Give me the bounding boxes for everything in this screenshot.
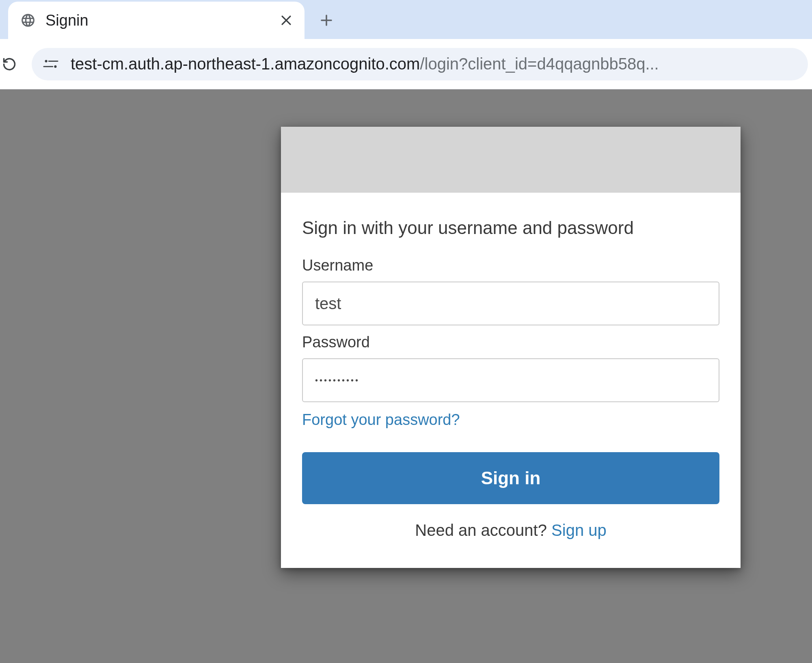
login-banner bbox=[281, 127, 741, 193]
signup-row: Need an account? Sign up bbox=[302, 521, 719, 540]
login-card: Sign in with your username and password … bbox=[281, 127, 741, 568]
address-bar[interactable]: test-cm.auth.ap-northeast-1.amazoncognit… bbox=[32, 48, 808, 80]
site-settings-icon[interactable] bbox=[43, 58, 58, 70]
browser-tab[interactable]: Signin bbox=[8, 2, 304, 39]
login-heading: Sign in with your username and password bbox=[302, 218, 719, 238]
page-viewport: Sign in with your username and password … bbox=[0, 89, 812, 663]
signup-link[interactable]: Sign up bbox=[551, 521, 607, 539]
url-text: test-cm.auth.ap-northeast-1.amazoncognit… bbox=[71, 55, 659, 73]
login-form: Sign in with your username and password … bbox=[281, 193, 741, 568]
need-account-text: Need an account? bbox=[415, 521, 547, 539]
password-input[interactable] bbox=[302, 358, 719, 402]
tab-title: Signin bbox=[45, 12, 279, 29]
url-path: /login?client_id=d4qqagnbb58q... bbox=[420, 55, 659, 73]
svg-point-7 bbox=[54, 65, 56, 67]
username-input[interactable] bbox=[302, 282, 719, 325]
password-label: Password bbox=[302, 334, 719, 351]
close-icon[interactable] bbox=[279, 13, 293, 27]
new-tab-button[interactable] bbox=[314, 2, 339, 39]
forgot-password-link[interactable]: Forgot your password? bbox=[302, 411, 460, 429]
svg-point-4 bbox=[45, 60, 48, 62]
reload-icon[interactable] bbox=[2, 56, 17, 72]
browser-tab-strip: Signin bbox=[0, 0, 812, 39]
globe-icon bbox=[20, 13, 36, 28]
browser-toolbar: test-cm.auth.ap-northeast-1.amazoncognit… bbox=[0, 39, 812, 89]
url-host: test-cm.auth.ap-northeast-1.amazoncognit… bbox=[71, 55, 420, 73]
username-label: Username bbox=[302, 257, 719, 274]
signin-button[interactable]: Sign in bbox=[302, 452, 719, 504]
